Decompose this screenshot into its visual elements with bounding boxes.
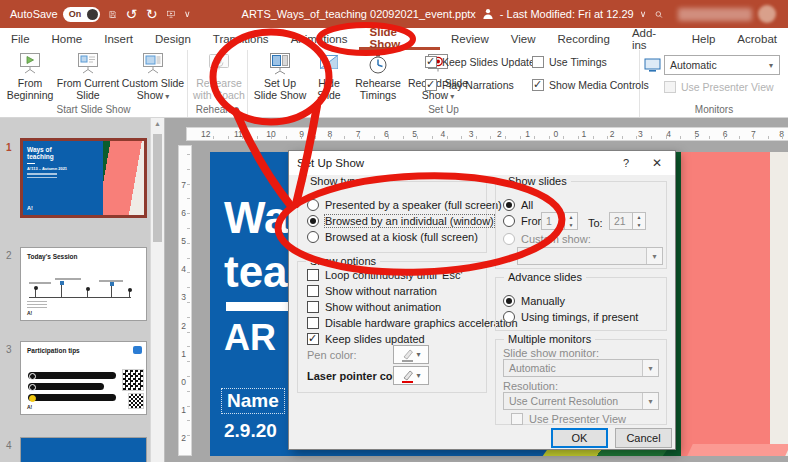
play-narrations-checkbox[interactable]: Play Narrations — [425, 79, 514, 91]
radio-presented-by-speaker[interactable]: Presented by a speaker (full screen) — [307, 199, 502, 211]
dialog-help-button[interactable]: ? — [613, 151, 639, 175]
title-bar: AutoSave On ↺ ↻ ∨ ARTS_Ways_of_teaching … — [0, 0, 788, 28]
tab-design[interactable]: Design — [144, 28, 202, 50]
keep-slides-updated-checkbox[interactable]: Keep Slides Updated — [425, 56, 541, 68]
qr-code-small — [129, 394, 143, 408]
use-presenter-view-checkbox: Use Presenter View — [664, 81, 774, 93]
tab-transitions[interactable]: Transitions — [202, 28, 280, 50]
set-up-slide-show-button[interactable]: Set Up Slide Show — [252, 50, 308, 101]
slide-thumbnail-3[interactable]: Participation tips A! — [20, 341, 147, 415]
ok-button[interactable]: OK — [551, 428, 608, 448]
tab-recording[interactable]: Recording — [546, 28, 620, 50]
powerpoint-window: AutoSave On ↺ ↻ ∨ ARTS_Ways_of_teaching … — [0, 0, 788, 462]
radio-custom-show-label: Custom show: — [521, 233, 591, 245]
set-up-group-label: Set Up — [248, 104, 639, 115]
from-slide-spinner[interactable]: 1 ▲▼ — [541, 212, 578, 230]
slide-thumbnail-2[interactable]: Today's Session A! — [20, 247, 147, 321]
radio-browsed-by-individual[interactable]: Browsed by an individual (window) — [307, 215, 494, 227]
set-up-show-dialog: Set Up Show ? ✕ Show type Presented by a… — [288, 150, 676, 450]
checkbox-disable-hardware-acceleration[interactable]: Disable hardware graphics acceleration — [307, 317, 518, 329]
custom-slide-show-label: Custom Slide Show — [120, 77, 186, 101]
custom-slide-show-button[interactable]: Custom Slide Show — [120, 50, 186, 101]
save-icon[interactable] — [109, 7, 117, 22]
undo-icon[interactable]: ↺ — [125, 7, 137, 21]
tab-add-ins[interactable]: Add-ins — [621, 28, 681, 50]
thumb1-dash — [27, 163, 35, 165]
search-icon[interactable] — [655, 7, 663, 22]
monitor-select[interactable]: Automatic ▾ — [664, 55, 780, 75]
thumb1-title: Ways of teaching — [27, 146, 79, 161]
from-beginning-button[interactable]: From Beginning — [4, 50, 56, 101]
spin-up-icon: ▲ — [565, 213, 577, 221]
thumbnail-scrollbar[interactable]: ▲ — [150, 118, 165, 462]
autosave-label: AutoSave — [10, 8, 58, 20]
show-media-controls-checkbox[interactable]: Show Media Controls — [532, 79, 649, 91]
thumb1-photo — [103, 141, 144, 215]
cancel-button[interactable]: Cancel — [615, 428, 672, 448]
spinner-buttons[interactable]: ▲▼ — [565, 212, 578, 230]
radio-browsed-at-kiosk-label: Browsed at a kiosk (full screen) — [325, 231, 478, 243]
pen-color-icon — [401, 348, 414, 362]
tab-home[interactable]: Home — [41, 28, 94, 50]
slide-title-line-1[interactable]: Wa — [224, 193, 288, 243]
date-text[interactable]: 2.9.20 — [224, 420, 277, 442]
radio-all-slides[interactable]: All — [503, 199, 533, 211]
horizontal-ruler-numbers: 1211 109 87 65 43 21 01 23 45 67 8 — [201, 129, 784, 139]
dialog-close-button[interactable]: ✕ — [643, 151, 671, 175]
tab-insert[interactable]: Insert — [93, 28, 144, 50]
tab-help[interactable]: Help — [681, 28, 727, 50]
from-current-slide-button[interactable]: From Current Slide — [56, 50, 120, 101]
checkbox-show-without-animation[interactable]: Show without animation — [307, 301, 441, 313]
toolbar-more-icon[interactable]: ∨ — [184, 10, 191, 19]
account-avatar[interactable] — [758, 5, 776, 23]
to-slide-spinner[interactable]: 21 ▲▼ — [609, 212, 646, 230]
to-slide-value: 21 — [609, 212, 633, 230]
checkbox-icon — [532, 79, 544, 91]
use-timings-label: Use Timings — [549, 56, 607, 68]
autosave-toggle[interactable]: On — [63, 7, 100, 22]
tab-animations[interactable]: Animations — [280, 28, 359, 50]
document-filename[interactable]: ARTS_Ways_of_teaching 02092021_event.ppt… — [242, 8, 476, 20]
start-slideshow-icon[interactable] — [167, 7, 175, 22]
radio-icon — [503, 311, 515, 323]
checkbox-show-without-narration[interactable]: Show without narration — [307, 285, 437, 297]
tab-file[interactable]: File — [0, 28, 41, 50]
radio-manually[interactable]: Manually — [503, 295, 565, 307]
thumb3-title: Participation tips — [27, 347, 140, 354]
tab-review[interactable]: Review — [440, 28, 500, 50]
radio-using-timings-label: Using timings, if present — [521, 311, 638, 323]
tab-acrobat[interactable]: Acrobat — [726, 28, 788, 50]
tab-view[interactable]: View — [500, 28, 547, 50]
monitor-select-value: Automatic — [670, 59, 717, 71]
radio-using-timings[interactable]: Using timings, if present — [503, 311, 638, 323]
slide-thumbnail-1[interactable]: Ways of teaching A!113 – Autumn 2021 A! — [20, 138, 147, 218]
name-placeholder[interactable]: Name — [221, 388, 285, 414]
hide-slide-button[interactable]: Hide Slide — [308, 50, 350, 101]
scrollbar-thumb[interactable] — [153, 134, 162, 242]
radio-browsed-at-kiosk[interactable]: Browsed at a kiosk (full screen) — [307, 231, 478, 243]
autosave-knob — [87, 9, 98, 20]
slide-title-line-2[interactable]: tea — [224, 247, 288, 297]
show-type-group-label: Show type — [306, 175, 365, 187]
resolution-select: Use Current Resolution ▾ — [503, 392, 659, 410]
account-area[interactable] — [678, 5, 776, 23]
title-dropdown-icon[interactable]: ∨ — [640, 10, 647, 19]
to-label: To: — [588, 217, 603, 229]
radio-icon — [307, 215, 319, 227]
slide-thumbnail-panel: 1 Ways of teaching A!113 – Autumn 2021 A… — [0, 118, 150, 462]
checkbox-icon — [307, 269, 319, 281]
redo-icon[interactable]: ↻ — [146, 7, 158, 21]
checkbox-loop-continuously[interactable]: Loop continuously until 'Esc' — [307, 269, 463, 281]
rehearse-timings-button[interactable]: Rehearse Timings — [350, 50, 406, 101]
laser-pointer-color-button[interactable]: ▾ — [393, 366, 429, 385]
scroll-up-arrow-icon[interactable]: ▲ — [151, 120, 164, 127]
checkbox-keep-slides-updated[interactable]: Keep slides updated — [307, 333, 425, 345]
from-current-slide-label: From Current Slide — [56, 77, 120, 101]
use-timings-checkbox[interactable]: Use Timings — [532, 56, 607, 68]
spin-down-icon: ▼ — [565, 221, 577, 229]
slide-title-line-3[interactable]: AR — [224, 317, 276, 359]
tab-slide-show[interactable]: Slide Show — [359, 28, 441, 50]
slide-thumbnail-4[interactable]: Aalto polices and guidelines for the aut… — [20, 437, 147, 462]
thumb2-title: Today's Session — [27, 253, 140, 260]
spinner-buttons[interactable]: ▲▼ — [633, 212, 646, 230]
